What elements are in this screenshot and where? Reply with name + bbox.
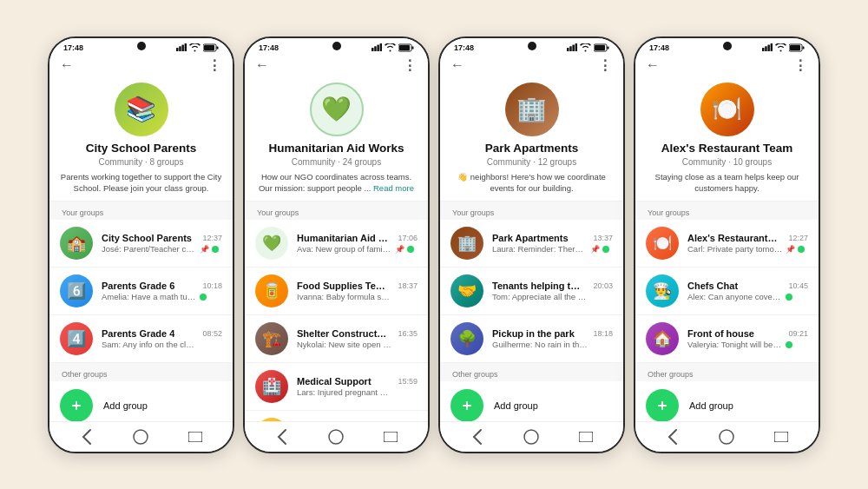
community-avatar: 🍽️	[700, 83, 754, 136]
camera-notch	[723, 42, 732, 50]
back-nav-button[interactable]	[79, 429, 95, 445]
svg-point-21	[329, 430, 343, 444]
svg-rect-24	[569, 46, 572, 51]
add-group-item[interactable]: Add group	[635, 381, 819, 420]
more-button[interactable]: ⋮	[793, 57, 808, 74]
phone-3: 17:48 ← ⋮ 🏢 Park Apartments Community · …	[438, 36, 625, 453]
phone-content[interactable]: Your groups 🏫 City School Parents 12:37 …	[49, 202, 233, 420]
read-more-link[interactable]: Read more	[373, 183, 414, 193]
recent-nav-button[interactable]	[578, 429, 594, 445]
group-item[interactable]: 🏫 City School Parents 12:37 José: Parent…	[49, 220, 233, 268]
group-item[interactable]: 🍽️ Alex's Restaurant Team 12:27 Carl: Pr…	[635, 220, 819, 268]
recent-nav-button[interactable]	[383, 429, 398, 445]
group-text: Chefs Chat 10:45 Alex: Can anyone cover …	[687, 281, 808, 301]
group-item[interactable]: 👨‍🍳 Chefs Chat 10:45 Alex: Can anyone co…	[635, 268, 819, 315]
group-avatar: 💚	[255, 227, 288, 260]
group-item[interactable]: 💚 Humanitarian Aid Works 17:06 Ava: New …	[245, 220, 428, 268]
more-button[interactable]: ⋮	[403, 57, 418, 74]
unread-dot	[407, 246, 414, 253]
home-nav-button[interactable]	[719, 429, 734, 445]
svg-rect-6	[217, 46, 219, 49]
group-name: Pickup in the park	[492, 328, 575, 339]
group-item[interactable]: 🏠 Front of house 09:21 Valeryia: Tonight…	[635, 315, 819, 363]
group-indicators	[786, 294, 792, 301]
more-button[interactable]: ⋮	[207, 57, 222, 74]
home-nav-button[interactable]	[523, 429, 539, 445]
group-item[interactable]: 🥫 Food Supplies Team 18:37 Ivanna: Baby …	[245, 268, 428, 315]
status-time: 17:48	[649, 43, 669, 52]
top-nav: ← ⋮	[49, 54, 233, 77]
group-item[interactable]: 🏥 Medical Support 15:59 Lars: Injured pr…	[245, 363, 428, 411]
group-name: City School Parents	[102, 233, 192, 243]
phone-content[interactable]: Your groups 🏢 Park Apartments 13:37 Laur…	[440, 202, 623, 420]
back-button[interactable]: ←	[60, 57, 74, 73]
back-nav-button[interactable]	[665, 429, 681, 445]
svg-rect-38	[765, 46, 767, 51]
add-group-item[interactable]: Add group	[440, 381, 623, 420]
unread-dot	[212, 246, 219, 253]
unread-dot	[798, 246, 805, 253]
home-nav-button[interactable]	[133, 429, 148, 445]
community-header: 📚 City School Parents Community · 8 grou…	[49, 77, 233, 202]
svg-rect-17	[380, 43, 382, 51]
group-time: 09:21	[788, 329, 808, 338]
recent-nav-button[interactable]	[773, 429, 789, 445]
svg-rect-26	[575, 43, 577, 51]
group-time: 16:35	[398, 329, 418, 338]
bottom-nav-bar	[635, 421, 819, 452]
group-time: 15:59	[398, 377, 418, 386]
status-time: 17:48	[454, 43, 474, 52]
recent-nav-button[interactable]	[187, 429, 203, 445]
group-avatar: 🤝	[450, 274, 483, 307]
svg-point-35	[524, 430, 538, 444]
svg-rect-0	[176, 48, 179, 51]
group-avatar: 👨‍🍳	[646, 274, 679, 307]
status-bar: 17:48	[245, 38, 428, 54]
home-nav-button[interactable]	[328, 429, 344, 445]
group-item[interactable]: 🏗️ Shelter Construction Team 16:35 Nykol…	[245, 315, 428, 363]
group-time: 10:45	[788, 281, 808, 290]
back-nav-button[interactable]	[274, 429, 290, 445]
back-button[interactable]: ←	[646, 57, 660, 73]
pin-icon: 📌	[200, 245, 209, 254]
back-button[interactable]: ←	[450, 57, 464, 73]
pin-icon: 📌	[590, 245, 600, 254]
community-meta: Community · 24 groups	[292, 157, 381, 167]
status-icons	[176, 43, 219, 52]
back-button[interactable]: ←	[255, 57, 269, 73]
community-avatar: 💚	[310, 83, 364, 136]
group-time: 12:27	[788, 234, 808, 242]
group-item[interactable]: 4️⃣ Parents Grade 4 08:52 Sam: Any info …	[49, 315, 233, 363]
unread-dot	[786, 341, 792, 348]
add-group-item[interactable]: Add group	[49, 381, 233, 420]
status-icons	[567, 43, 609, 52]
group-msg: Valeryia: Tonight will be special!	[687, 340, 783, 349]
group-msg: Laura: Reminder: There will be...	[492, 244, 588, 254]
group-item[interactable]: 🌳 Pickup in the park 18:18 Guilherme: No…	[440, 315, 623, 363]
group-name: Humanitarian Aid Works	[297, 233, 388, 243]
group-item[interactable]: 🏢 Park Apartments 13:37 Laura: Reminder:…	[440, 220, 623, 268]
group-time: 18:18	[593, 329, 613, 338]
group-item[interactable]: 📖 Education Requests 12:13 Anna: Tempora…	[245, 411, 428, 420]
group-name: Food Supplies Team	[297, 281, 388, 291]
group-msg: Ava: New group of families waitin...	[297, 244, 392, 254]
group-item[interactable]: 6️⃣ Parents Grade 6 10:18 Amelia: Have a…	[49, 268, 233, 315]
camera-notch	[528, 42, 536, 50]
group-text: Park Apartments 13:37 Laura: Reminder: T…	[492, 233, 613, 254]
phone-1: 17:48 ← ⋮ 📚 City School Parents Communit…	[48, 36, 234, 453]
group-avatar: 4️⃣	[60, 322, 93, 355]
svg-rect-28	[595, 45, 605, 50]
status-bar: 17:48	[440, 38, 623, 54]
bottom-nav-bar	[440, 421, 623, 452]
group-text: Alex's Restaurant Team 12:27 Carl: Priva…	[687, 233, 808, 254]
group-item[interactable]: 🤝 Tenants helping tenants 20:03 Tom: App…	[440, 268, 623, 315]
group-name: Front of house	[687, 328, 754, 339]
phone-content[interactable]: Your groups 💚 Humanitarian Aid Works 17:…	[245, 202, 428, 420]
phone-content[interactable]: Your groups 🍽️ Alex's Restaurant Team 12…	[635, 202, 819, 420]
pin-icon: 📌	[395, 245, 404, 254]
top-nav: ← ⋮	[635, 54, 819, 77]
your-groups-label: Your groups	[245, 202, 428, 220]
more-button[interactable]: ⋮	[598, 57, 613, 74]
svg-rect-50	[774, 432, 788, 442]
back-nav-button[interactable]	[470, 429, 485, 445]
